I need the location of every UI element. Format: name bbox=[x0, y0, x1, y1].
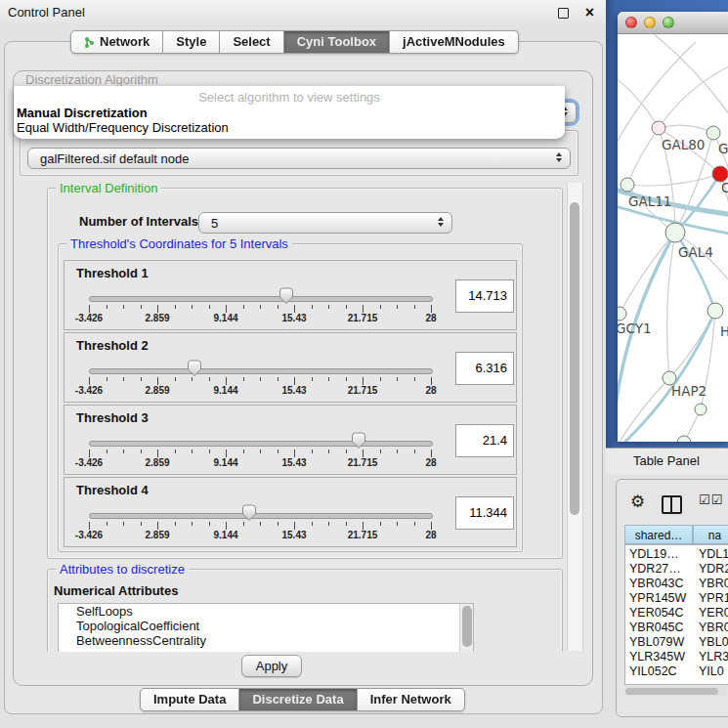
network-edge[interactable] bbox=[627, 128, 659, 185]
tab-discretize-data[interactable]: Discretize Data bbox=[239, 688, 357, 711]
network-canvas[interactable]: GAL80GACGAL11GAL4GCY1HHAP2 bbox=[618, 34, 728, 442]
tab-jactivemnodules[interactable]: jActiveMNodules bbox=[390, 30, 519, 54]
threshold-value-field[interactable]: 11.344 bbox=[455, 496, 514, 530]
network-edge[interactable] bbox=[667, 233, 675, 378]
dropdown-prompt[interactable]: Select algorithm to view settings bbox=[14, 86, 565, 106]
tick-mark bbox=[260, 377, 261, 381]
zoom-window-icon[interactable] bbox=[663, 17, 674, 28]
network-node[interactable] bbox=[652, 121, 665, 135]
close-icon[interactable]: × bbox=[585, 2, 594, 23]
network-edge[interactable] bbox=[618, 73, 659, 128]
table-row[interactable]: YPR145WYPR1 bbox=[625, 591, 728, 606]
tab-infer-network[interactable]: Infer Network bbox=[358, 688, 465, 711]
tick-mark bbox=[107, 450, 107, 453]
table-row[interactable]: YDL19…YDL1 bbox=[625, 547, 728, 562]
cell-name: YBR0 bbox=[699, 577, 728, 591]
attribute-item-selfloops[interactable]: SelfLoops bbox=[59, 604, 473, 619]
table-row[interactable]: YER054CYER0 bbox=[625, 606, 728, 621]
tab-style[interactable]: Style bbox=[163, 30, 220, 54]
threshold-panel-2: Threshold 2-3.4262.8599.14415.4321.71528… bbox=[64, 332, 517, 403]
tab-impute-data[interactable]: Impute Data bbox=[140, 688, 239, 711]
column-header-shared[interactable]: shared… bbox=[624, 525, 693, 544]
tab-network[interactable]: Network bbox=[70, 30, 163, 54]
threshold-value-field[interactable]: 6.316 bbox=[455, 352, 514, 385]
cell-name: YER0 bbox=[699, 606, 728, 621]
tick-label: 9.144 bbox=[213, 385, 237, 396]
cell-name: YDR2 bbox=[699, 562, 728, 577]
attributes-group: Attributes to discretize Numerical Attri… bbox=[47, 569, 563, 652]
cell-name: YBR0 bbox=[699, 621, 728, 635]
attributes-scrollbar[interactable] bbox=[459, 604, 473, 652]
slider-thumb[interactable] bbox=[187, 360, 202, 377]
tick-mark bbox=[157, 522, 158, 530]
algorithm-option-equal-width-frequency-discretization[interactable]: Equal Width/Frequency Discretization bbox=[14, 120, 565, 135]
network-node[interactable] bbox=[618, 307, 626, 321]
table-row[interactable]: YBL079WYBL0 bbox=[625, 635, 728, 650]
select-columns-icon[interactable]: ☑☑ bbox=[699, 492, 723, 507]
network-edge[interactable] bbox=[647, 34, 728, 122]
slider-track[interactable] bbox=[89, 513, 433, 519]
node-table-header: shared…na bbox=[624, 525, 728, 544]
tick-mark bbox=[278, 377, 278, 381]
network-edge[interactable] bbox=[618, 378, 669, 442]
tick-mark bbox=[380, 450, 381, 453]
tick-mark bbox=[243, 305, 244, 309]
attribute-item-topologicalcoefficient[interactable]: TopologicalCoefficient bbox=[59, 619, 473, 633]
tick-mark bbox=[89, 522, 90, 530]
slider-thumb[interactable] bbox=[241, 504, 257, 522]
float-icon[interactable] bbox=[558, 8, 569, 19]
table-row[interactable]: YIL052CYIL0 bbox=[625, 664, 728, 679]
tab-select[interactable]: Select bbox=[220, 30, 283, 54]
tick-mark bbox=[192, 450, 193, 453]
num-intervals-combobox[interactable]: 5 bbox=[198, 212, 452, 234]
tick-mark bbox=[89, 450, 90, 457]
network-node[interactable] bbox=[707, 126, 720, 140]
tab-cyni-toolbox[interactable]: Cyni Toolbox bbox=[284, 30, 390, 54]
gear-icon[interactable]: ⚙ bbox=[630, 492, 645, 512]
tick-mark bbox=[346, 377, 347, 381]
attributes-list[interactable]: SelfLoopsTopologicalCoefficientBetweenne… bbox=[58, 603, 474, 652]
apply-button[interactable]: Apply bbox=[241, 655, 302, 677]
tick-mark bbox=[107, 377, 107, 381]
attributes-items: SelfLoopsTopologicalCoefficientBetweenne… bbox=[59, 604, 473, 648]
threshold-value-field[interactable]: 14.713 bbox=[455, 279, 514, 313]
slider-thumb[interactable] bbox=[351, 432, 366, 450]
tick-mark bbox=[226, 450, 227, 457]
close-window-icon[interactable] bbox=[625, 17, 637, 28]
table-row[interactable]: YBR043CYBR0 bbox=[625, 577, 728, 591]
table-row[interactable]: YLR345WYLR3 bbox=[625, 650, 728, 664]
node-label-gal4: GAL4 bbox=[678, 244, 713, 260]
algorithm-option-manual-discretization[interactable]: Manual Discretization bbox=[14, 106, 565, 120]
node-table[interactable]: YDL19…YDL1YDR27…YDR2YBR043CYBR0YPR145WYP… bbox=[624, 544, 728, 685]
network-node[interactable] bbox=[621, 178, 634, 192]
tick-label: 2.859 bbox=[145, 530, 169, 540]
control-panel: Control Panel × NetworkStyleSelectCyni T… bbox=[0, 0, 606, 728]
network-edge[interactable] bbox=[659, 125, 713, 133]
table-row[interactable]: YDR27…YDR2 bbox=[625, 562, 728, 577]
network-edge[interactable] bbox=[659, 64, 728, 128]
column-layout-icon[interactable] bbox=[662, 495, 682, 514]
slider-thumb[interactable] bbox=[278, 287, 294, 305]
slider-track[interactable] bbox=[89, 441, 433, 447]
settings-vertical-scrollbar[interactable] bbox=[567, 183, 583, 651]
tick-mark bbox=[328, 522, 329, 526]
network-edge[interactable] bbox=[627, 174, 720, 186]
tick-mark bbox=[175, 305, 176, 309]
slider-track[interactable] bbox=[89, 368, 433, 374]
attribute-item-betweennesscentrality[interactable]: BetweennessCentrality bbox=[59, 633, 473, 648]
table-horizontal-scrollbar[interactable] bbox=[624, 687, 727, 696]
column-header-na[interactable]: na bbox=[693, 525, 728, 544]
network-node[interactable] bbox=[707, 303, 723, 319]
table-row[interactable]: YBR045CYBR0 bbox=[625, 621, 728, 635]
cell-name: YIL0 bbox=[699, 664, 724, 679]
node-label-ga: GA bbox=[718, 141, 728, 156]
network-node[interactable] bbox=[695, 404, 707, 415]
tick-mark bbox=[414, 522, 415, 526]
slider-track[interactable] bbox=[89, 296, 433, 302]
threshold-value-field[interactable]: 21.4 bbox=[455, 424, 514, 457]
table-data-combobox[interactable]: galFiltered.sif default node bbox=[27, 148, 571, 169]
scrollbar-thumb[interactable] bbox=[570, 202, 579, 515]
network-node[interactable] bbox=[665, 223, 685, 242]
network-node[interactable] bbox=[677, 436, 691, 442]
minimize-window-icon[interactable] bbox=[644, 17, 656, 28]
